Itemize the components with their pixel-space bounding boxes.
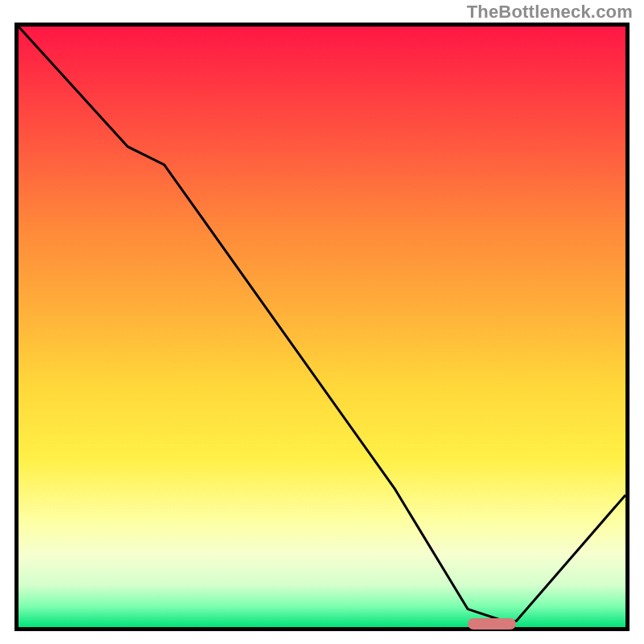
- watermark-text: TheBottleneck.com: [467, 2, 633, 23]
- plot-area: [14, 23, 630, 631]
- optimal-range-marker: [468, 618, 516, 630]
- chart-container: TheBottleneck.com: [0, 0, 644, 644]
- curve-svg: [19, 27, 625, 627]
- bottleneck-curve-path: [19, 27, 625, 621]
